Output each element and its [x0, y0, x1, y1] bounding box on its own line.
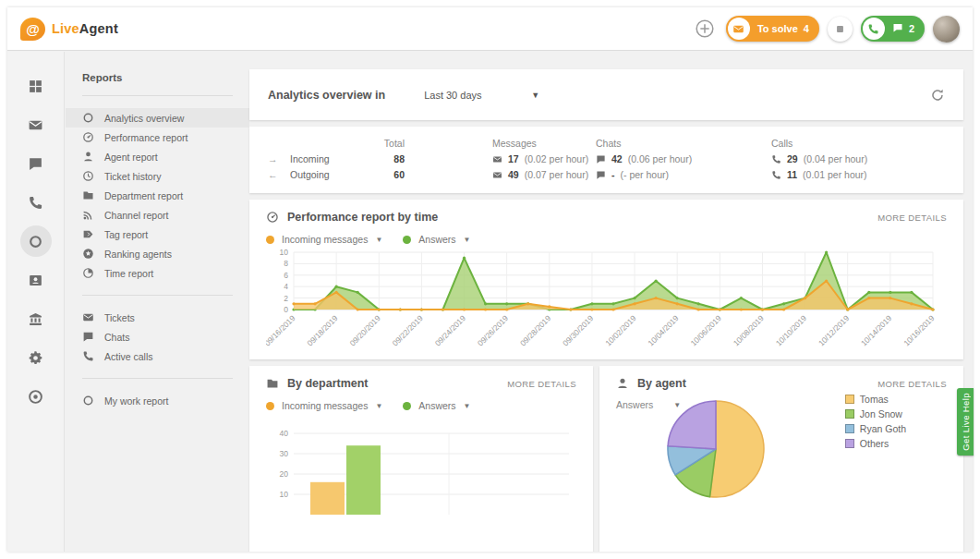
- pause-button[interactable]: [828, 17, 853, 42]
- svg-text:10: 10: [280, 490, 289, 499]
- stats-value: 49: [508, 169, 519, 180]
- overview-title: Analytics overview in: [268, 89, 385, 102]
- stats-rate: (- per hour): [621, 169, 670, 180]
- sidebar-item-tickets[interactable]: Tickets: [66, 308, 249, 327]
- main-content: Analytics overview in Last 30 days ▼ Tot…: [249, 52, 963, 552]
- add-button[interactable]: [693, 17, 718, 42]
- chat-icon: [82, 331, 94, 343]
- phone-icon: [771, 170, 781, 180]
- stats-rate: (0.07 per hour): [525, 169, 588, 180]
- target-icon: [28, 389, 43, 405]
- page: @ LiveAgent To solve 4 2: [0, 0, 980, 559]
- rail-item-phone[interactable]: [20, 187, 52, 218]
- sidebar-item-label: Tag report: [104, 229, 148, 240]
- agent-more-details-link[interactable]: MORE DETAILS: [877, 379, 947, 389]
- brand-logo[interactable]: @ LiveAgent: [20, 18, 118, 41]
- stats-total-value: 60: [349, 169, 405, 180]
- sidebar-item-tag-report[interactable]: Tag report: [66, 225, 249, 244]
- sidebar-item-ticket-history[interactable]: Ticket history: [66, 166, 249, 186]
- stats-row-label: Outgoing: [290, 169, 330, 180]
- mail-icon: [492, 170, 502, 180]
- department-more-details-link[interactable]: MORE DETAILS: [507, 379, 576, 389]
- mail-icon: [492, 154, 502, 164]
- pie-legend-item: Others: [845, 438, 906, 449]
- star-circle-icon: [82, 248, 94, 260]
- sidebar-item-active-calls[interactable]: Active calls: [66, 346, 249, 366]
- sidebar-item-time-report[interactable]: Time report: [66, 263, 249, 283]
- svg-text:10/14/2019: 10/14/2019: [859, 313, 893, 347]
- phone-icon: [82, 350, 94, 362]
- sidebar-item-channel-report[interactable]: Channel report: [66, 205, 249, 225]
- stats-calls-cell: 11(0.01 per hour): [771, 169, 947, 180]
- sidebar-item-ranking-agents[interactable]: Ranking agents: [66, 244, 249, 263]
- agent-card: By agent MORE DETAILS Answers ▼ TomasJon…: [599, 366, 963, 552]
- to-solve-label: To solve: [750, 23, 804, 34]
- chat-icon: [596, 154, 606, 164]
- rail-item-mail[interactable]: [20, 109, 52, 140]
- svg-text:09/24/2019: 09/24/2019: [433, 313, 467, 347]
- chevron-down-icon[interactable]: ▼: [375, 236, 382, 244]
- chevron-down-icon[interactable]: ▼: [464, 236, 471, 244]
- chat-icon: [28, 156, 43, 172]
- rail-item-target[interactable]: [20, 381, 52, 412]
- stats-value: 29: [787, 153, 798, 164]
- chat-icon: [596, 170, 606, 180]
- direction-arrow-icon: ←: [266, 169, 290, 180]
- rail-item-reports[interactable]: [20, 225, 52, 257]
- rss-icon: [82, 209, 94, 221]
- agent-filter-value: Answers: [616, 399, 653, 410]
- phone-icon: [771, 170, 781, 180]
- chevron-down-icon[interactable]: ▼: [375, 402, 382, 410]
- svg-text:09/26/2019: 09/26/2019: [476, 313, 510, 347]
- refresh-button[interactable]: [930, 88, 945, 103]
- mail-icon: [28, 117, 43, 133]
- department-card-header: By department MORE DETAILS: [266, 377, 576, 390]
- chevron-down-icon[interactable]: ▼: [464, 402, 471, 410]
- sidebar-item-label: Time report: [104, 268, 153, 279]
- sidebar-item-performance-report[interactable]: Performance report: [66, 128, 249, 147]
- legend-swatch-icon: [845, 424, 854, 433]
- user-avatar[interactable]: [933, 16, 960, 43]
- rail-item-dashboard[interactable]: [20, 70, 52, 102]
- sidebar-item-label: Ticket history: [104, 171, 161, 182]
- rail-item-bank[interactable]: [20, 303, 52, 334]
- stats-col-calls: Calls: [771, 138, 947, 149]
- phone-icon: [771, 154, 781, 164]
- rail-item-contacts[interactable]: [20, 264, 52, 296]
- date-range-value: Last 30 days: [424, 90, 481, 101]
- svg-text:20: 20: [280, 469, 289, 479]
- calls-chats-button[interactable]: 2: [861, 16, 925, 42]
- legend-label: Incoming messages: [282, 400, 368, 411]
- gauge-icon: [266, 211, 279, 224]
- sidebar-item-department-report[interactable]: Department report: [66, 186, 249, 205]
- sidebar-item-my-work-report[interactable]: My work report: [66, 391, 249, 410]
- history-icon: [82, 170, 94, 182]
- performance-more-details-link[interactable]: MORE DETAILS: [877, 213, 947, 223]
- sidebar-item-label: Ranking agents: [104, 249, 172, 260]
- sidebar-item-chats[interactable]: Chats: [66, 327, 249, 346]
- rail-item-settings[interactable]: [20, 342, 52, 373]
- sidebar-item-analytics-overview[interactable]: Analytics overview: [66, 108, 249, 128]
- date-range-select[interactable]: Last 30 days ▼: [424, 90, 539, 101]
- stats-row-incoming: →Incoming: [266, 153, 349, 164]
- sidebar-item-label: Department report: [104, 190, 183, 201]
- to-solve-button[interactable]: To solve 4: [726, 16, 819, 42]
- rail-item-chat[interactable]: [20, 148, 52, 179]
- sidebar-item-agent-report[interactable]: Agent report: [66, 147, 249, 166]
- performance-title: Performance report by time: [287, 211, 438, 224]
- department-title: By department: [287, 377, 369, 390]
- legend-swatch-icon: [845, 395, 854, 404]
- chat-count: 2: [909, 23, 923, 34]
- time-chart-svg: 024681009/16/201909/18/201909/20/201909/…: [266, 247, 939, 350]
- sidebar-sections: Analytics overviewPerformance reportAgen…: [66, 95, 249, 410]
- stats-value: 17: [508, 153, 519, 164]
- circle-icon: [82, 112, 94, 124]
- get-live-help-tab[interactable]: Get Live Help: [957, 388, 974, 456]
- svg-text:09/28/2019: 09/28/2019: [518, 313, 552, 347]
- brand-text: LiveAgent: [52, 21, 118, 36]
- svg-text:10: 10: [280, 248, 289, 257]
- time-area-chart: 024681009/16/201909/18/201909/20/201909/…: [266, 247, 947, 354]
- direction-arrow-icon: →: [266, 153, 290, 164]
- pause-square-icon: [835, 24, 845, 34]
- refresh-icon: [930, 88, 945, 103]
